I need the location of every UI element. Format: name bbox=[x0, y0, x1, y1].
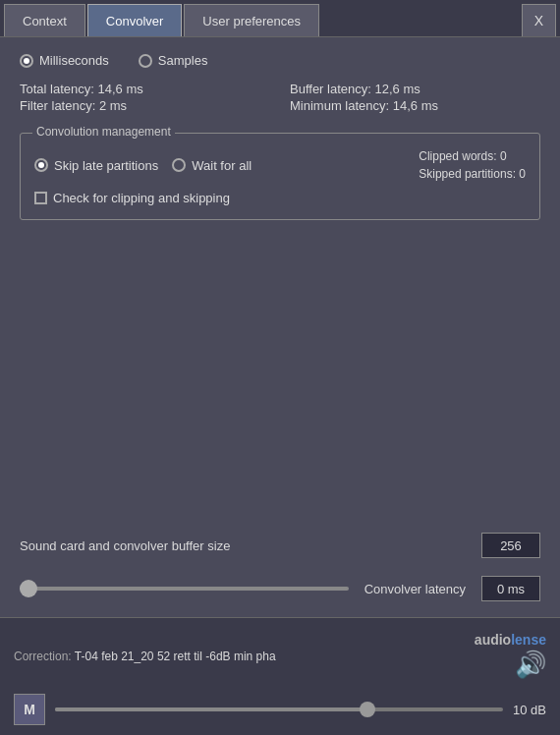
audiolense-logo: audiolense 🔊 bbox=[475, 632, 546, 680]
radio-milliseconds[interactable]: Milliseconds bbox=[20, 53, 109, 68]
radio-wait-for-all[interactable]: Wait for all bbox=[172, 158, 252, 173]
buffer-size-label: Sound card and convolver buffer size bbox=[20, 538, 472, 553]
radio-milliseconds-circle bbox=[20, 54, 33, 68]
skip-late-label: Skip late partitions bbox=[54, 158, 158, 173]
speaker-icon: 🔊 bbox=[515, 650, 546, 680]
buffer-size-input[interactable] bbox=[481, 533, 540, 558]
conv-options-row: Skip late partitions Wait for all Clippe… bbox=[34, 149, 526, 181]
radio-samples[interactable]: Samples bbox=[139, 53, 208, 68]
radio-samples-circle bbox=[139, 54, 152, 68]
spacer bbox=[20, 230, 540, 517]
close-button[interactable]: X bbox=[522, 4, 556, 36]
latency-slider-track[interactable] bbox=[20, 587, 349, 591]
main-content: Milliseconds Samples Total latency: 14,6… bbox=[0, 37, 560, 617]
volume-slider-track[interactable] bbox=[55, 707, 503, 711]
radio-skip-circle bbox=[34, 158, 48, 172]
correction-bar: Correction: T-04 feb 21_20 52 rett til -… bbox=[0, 617, 560, 694]
filter-latency: Filter latency: 2 ms bbox=[20, 98, 270, 113]
wait-for-all-label: Wait for all bbox=[192, 158, 252, 173]
check-clipping-label[interactable]: Check for clipping and skipping bbox=[34, 191, 526, 205]
latency-slider-thumb[interactable] bbox=[20, 580, 37, 597]
volume-slider-thumb[interactable] bbox=[360, 702, 375, 717]
latency-grid: Total latency: 14,6 ms Buffer latency: 1… bbox=[20, 82, 540, 113]
buffer-latency: Buffer latency: 12,6 ms bbox=[290, 82, 540, 96]
conv-stats: Clipped words: 0 Skipped partitions: 0 bbox=[419, 149, 526, 181]
correction-value: T-04 feb 21_20 52 rett til -6dB min pha bbox=[75, 650, 276, 663]
radio-row: Milliseconds Samples bbox=[20, 53, 540, 68]
volume-row: M 10 dB bbox=[0, 694, 560, 735]
tab-bar: Context Convolver User preferences X bbox=[0, 0, 560, 37]
bottom-section: Correction: T-04 feb 21_20 52 rett til -… bbox=[0, 617, 560, 735]
radio-samples-label: Samples bbox=[158, 53, 208, 68]
check-clipping-text: Check for clipping and skipping bbox=[53, 191, 230, 205]
radio-milliseconds-label: Milliseconds bbox=[39, 53, 109, 68]
main-window: Context Convolver User preferences X Mil… bbox=[0, 0, 560, 735]
convolver-latency-input[interactable] bbox=[481, 576, 540, 601]
check-clipping-box bbox=[34, 192, 47, 204]
buffer-size-row: Sound card and convolver buffer size bbox=[20, 533, 540, 558]
tab-user-preferences[interactable]: User preferences bbox=[184, 4, 319, 36]
total-latency: Total latency: 14,6 ms bbox=[20, 82, 270, 96]
mute-button[interactable]: M bbox=[14, 694, 45, 725]
skipped-partitions-stat: Skipped partitions: 0 bbox=[419, 167, 526, 181]
convolver-latency-label: Convolver latency bbox=[364, 582, 466, 596]
convolution-management-box: Convolution management Skip late partiti… bbox=[20, 133, 540, 220]
conv-checkbox-row: Check for clipping and skipping bbox=[34, 191, 526, 205]
brand-text: audiolense bbox=[475, 632, 546, 648]
radio-skip-late[interactable]: Skip late partitions bbox=[34, 158, 158, 173]
clipped-words-stat: Clipped words: 0 bbox=[419, 149, 526, 163]
volume-label: 10 dB bbox=[513, 703, 546, 717]
volume-slider-fill bbox=[55, 707, 368, 711]
correction-text: Correction: T-04 feb 21_20 52 rett til -… bbox=[14, 650, 461, 663]
tab-convolver[interactable]: Convolver bbox=[87, 4, 183, 36]
slider-row: Convolver latency bbox=[20, 576, 540, 601]
correction-label: Correction: bbox=[14, 650, 72, 663]
tab-context[interactable]: Context bbox=[4, 4, 85, 36]
minimum-latency: Minimum latency: 14,6 ms bbox=[290, 98, 540, 113]
convolution-management-title: Convolution management bbox=[32, 125, 175, 139]
radio-wait-circle bbox=[172, 158, 186, 172]
